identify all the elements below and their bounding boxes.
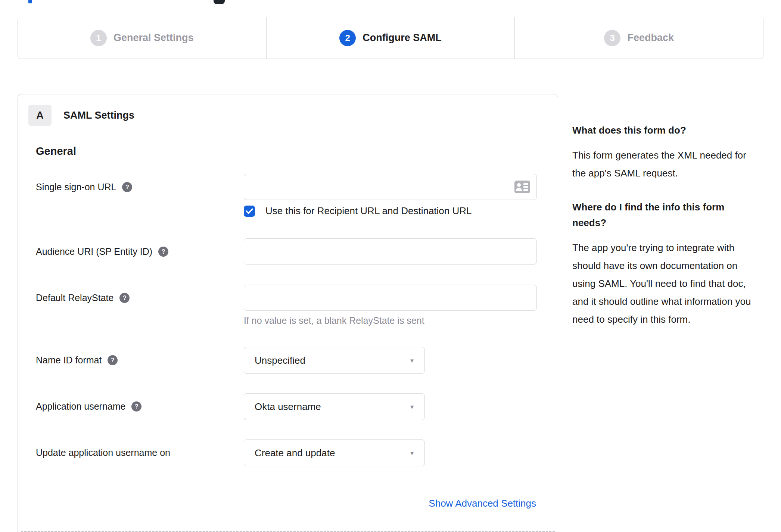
relay-state-input[interactable] [244,285,537,311]
caret-down-icon: ▼ [409,404,415,410]
form-row-nameid-format: Name ID format ? Unspecified ▼ [18,347,558,374]
saml-settings-panel: A SAML Settings General Single sign-on U… [18,94,558,532]
panel-header: A SAML Settings [28,105,558,126]
stepper-step-feedback[interactable]: 3 Feedback [515,17,763,59]
sidebar-answer-2: The app you're trying to integrate with … [572,239,761,328]
sidebar-question-2: Where do I find the info this form needs… [572,199,761,231]
help-icon[interactable]: ? [131,401,141,411]
sso-url-input[interactable] [244,174,537,200]
help-icon[interactable]: ? [158,247,168,257]
step-number-badge: 3 [604,30,620,46]
app-username-select[interactable]: Okta username ▼ [244,393,425,420]
logo-fragment [28,0,32,3]
panel-title: SAML Settings [63,110,134,121]
stepper-step-configure-saml[interactable]: 2 Configure SAML [267,17,515,59]
recipient-url-checkbox-label[interactable]: Use this for Recipient URL and Destinati… [265,205,472,217]
check-icon [246,208,253,214]
address-card-icon[interactable] [514,181,530,193]
sidebar-question-1: What does this form do? [572,122,761,138]
update-username-label: Update application username on [36,446,170,459]
nameid-format-value: Unspecified [255,355,305,366]
audience-uri-label: Audience URI (SP Entity ID) [36,245,152,258]
sidebar-answer-1: This form generates the XML needed for t… [572,146,761,182]
sso-url-label: Single sign-on URL [36,181,116,193]
step-label: General Settings [113,32,194,44]
form-row-relay-state: Default RelayState ? If no value is set,… [18,285,558,326]
help-icon[interactable]: ? [122,182,132,192]
step-number-badge: 1 [90,30,107,46]
form-row-sso-url: Single sign-on URL ? [18,174,558,217]
step-number-badge: 2 [339,30,356,46]
wizard-stepper: 1 General Settings 2 Configure SAML 3 Fe… [18,17,763,59]
stepper-step-general-settings[interactable]: 1 General Settings [18,17,267,59]
section-a-badge: A [28,105,52,126]
relay-state-label: Default RelayState [36,291,113,304]
app-username-value: Okta username [255,401,321,413]
nameid-format-select[interactable]: Unspecified ▼ [244,347,425,374]
show-advanced-settings-link[interactable]: Show Advanced Settings [429,498,536,509]
app-username-label: Application username [36,400,125,413]
form-row-app-username: Application username ? Okta username ▼ [18,393,558,420]
update-username-select[interactable]: Create and update ▼ [244,439,425,466]
recipient-url-checkbox[interactable] [244,206,255,217]
audience-uri-input[interactable] [244,238,537,265]
caret-down-icon: ▼ [409,358,415,363]
form-row-update-username: Update application username on Create an… [18,439,558,466]
general-section-heading: General [36,145,558,157]
update-username-value: Create and update [255,447,335,459]
nameid-format-label: Name ID format [36,354,102,366]
app-icon-fragment [214,0,225,4]
help-icon[interactable]: ? [119,293,130,303]
help-sidebar: What does this form do? This form genera… [572,122,761,328]
form-row-audience-uri: Audience URI (SP Entity ID) ? [18,238,558,265]
help-icon[interactable]: ? [108,355,118,365]
caret-down-icon: ▼ [409,450,415,456]
step-label: Configure SAML [363,32,441,44]
step-label: Feedback [627,32,674,44]
relay-state-hint: If no value is set, a blank RelayState i… [244,315,558,326]
